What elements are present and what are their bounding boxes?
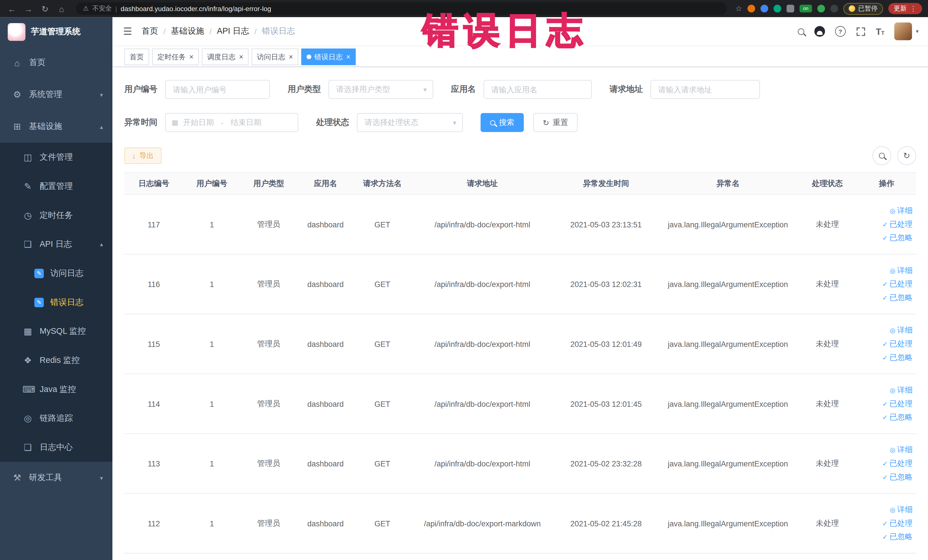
- tab-access-log[interactable]: 访问日志×: [252, 49, 298, 65]
- processed-link[interactable]: ✓已处理: [882, 458, 913, 469]
- cell-exception-time: 2021-05-03 12:02:31: [554, 254, 658, 314]
- date-range-picker[interactable]: ▦ 开始日期 - 结束日期: [165, 113, 298, 132]
- cell-exception-time: 2021-05-02 21:45:28: [554, 493, 658, 554]
- ignored-link[interactable]: ✓已忽略: [882, 292, 913, 303]
- sidebar-item-error-log[interactable]: ✎ 错误日志: [0, 288, 112, 317]
- close-icon[interactable]: ×: [289, 53, 293, 61]
- browser-forward-icon[interactable]: →: [23, 4, 34, 13]
- close-icon[interactable]: ×: [346, 53, 351, 61]
- paused-badge[interactable]: 已暂停: [843, 3, 883, 15]
- search-icon[interactable]: [798, 28, 804, 35]
- breadcrumb-item[interactable]: API 日志: [217, 26, 249, 37]
- cell-method: GET: [354, 433, 411, 493]
- detail-link[interactable]: ◎详细: [890, 444, 913, 455]
- refresh-icon: ↻: [903, 151, 910, 160]
- sidebar-item-java-monitor[interactable]: ⌨ Java 监控: [0, 375, 112, 404]
- sidebar-item-tracing[interactable]: ◎ 链路追踪: [0, 404, 112, 433]
- extension-icon[interactable]: [817, 5, 825, 12]
- extension-icon[interactable]: [748, 5, 755, 12]
- check-icon: ✓: [882, 294, 888, 301]
- detail-link[interactable]: ◎详细: [890, 265, 913, 276]
- update-button[interactable]: 更新⋮: [888, 3, 922, 14]
- sidebar-item-system[interactable]: ⚙ 系统管理 ▾: [0, 79, 112, 111]
- processed-link[interactable]: ✓已处理: [882, 339, 913, 349]
- ignored-link[interactable]: ✓已忽略: [882, 233, 913, 243]
- breadcrumb-separator: /: [163, 27, 166, 36]
- request-url-input[interactable]: [650, 80, 760, 99]
- processed-link[interactable]: ✓已处理: [882, 398, 913, 409]
- bookmark-star-icon[interactable]: ☆: [735, 4, 742, 13]
- extension-on-badge[interactable]: on: [800, 5, 812, 12]
- cell-user-type: 管理员: [240, 195, 297, 255]
- extension-icon[interactable]: [774, 5, 781, 12]
- sidebar-item-log-center[interactable]: ❏ 日志中心: [0, 433, 112, 462]
- detail-link[interactable]: ◎详细: [890, 385, 913, 395]
- extension-icon[interactable]: [830, 5, 838, 12]
- process-status-select[interactable]: 请选择处理状态 ▾: [357, 113, 463, 132]
- processed-link-label: 已处理: [890, 518, 913, 529]
- sidebar-item-mysql-monitor[interactable]: ▦ MySQL 监控: [0, 317, 112, 346]
- cell-request-url: /api/infra/db-doc/export-html: [411, 374, 554, 433]
- help-icon[interactable]: ?: [835, 26, 846, 37]
- extension-icon[interactable]: [786, 5, 794, 12]
- sidebar-item-access-log[interactable]: ✎ 访问日志: [0, 259, 112, 288]
- processed-link[interactable]: ✓已处理: [882, 518, 913, 529]
- user-id-input[interactable]: [165, 80, 270, 99]
- cell-method: GET: [354, 195, 411, 255]
- sidebar-item-dev-tools[interactable]: ⚒ 研发工具 ▾: [0, 462, 112, 494]
- cell-app-name: dashboard: [297, 254, 354, 314]
- tab-scheduled-jobs[interactable]: 定时任务×: [152, 49, 199, 65]
- app-logo[interactable]: 芋道管理系统: [0, 17, 112, 47]
- ignored-link[interactable]: ✓已忽略: [882, 472, 913, 482]
- diamond-icon: ❖: [23, 355, 33, 365]
- sidebar-item-home[interactable]: ⌂ 首页: [0, 47, 112, 79]
- browser-back-icon[interactable]: ←: [6, 4, 18, 13]
- search-button-label: 搜索: [499, 117, 514, 128]
- detail-link[interactable]: ◎详细: [890, 205, 913, 216]
- sidebar-item-config-manage[interactable]: ✎ 配置管理: [0, 172, 112, 201]
- detail-link[interactable]: ◎详细: [890, 325, 913, 336]
- toggle-search-button[interactable]: [872, 146, 891, 165]
- browser-reload-icon[interactable]: ↻: [39, 4, 51, 13]
- sidebar-item-file-manage[interactable]: ◫ 文件管理: [0, 143, 112, 172]
- github-icon[interactable]: [814, 26, 825, 37]
- sidebar-item-redis-monitor[interactable]: ❖ Redis 监控: [0, 346, 112, 375]
- tab-error-log[interactable]: 错误日志×: [301, 49, 356, 65]
- processed-link[interactable]: ✓已处理: [882, 219, 913, 230]
- ignored-link[interactable]: ✓已忽略: [882, 412, 913, 423]
- tab-home[interactable]: 首页: [124, 49, 149, 65]
- user-type-select[interactable]: 请选择用户类型 ▾: [328, 80, 433, 99]
- ignored-link-label: 已忽略: [890, 352, 913, 363]
- tab-label: 访问日志: [257, 52, 285, 62]
- browser-home-icon[interactable]: ⌂: [56, 4, 67, 13]
- ignored-link[interactable]: ✓已忽略: [882, 352, 913, 363]
- folder-icon: ◫: [23, 152, 33, 162]
- filter-row-1: 用户编号 用户类型 请选择用户类型 ▾ 应用名: [124, 80, 916, 99]
- export-button[interactable]: ↓ 导出: [124, 148, 162, 164]
- hamburger-icon[interactable]: ☰: [123, 25, 132, 38]
- breadcrumb-item[interactable]: 首页: [142, 26, 158, 37]
- avatar: [894, 23, 912, 40]
- extension-icon[interactable]: [760, 5, 768, 12]
- refresh-button[interactable]: ↻: [897, 146, 916, 165]
- font-size-icon[interactable]: TT: [876, 27, 884, 36]
- address-bar[interactable]: ⚠ 不安全 | dashboard.yudao.iocoder.cn/infra…: [76, 2, 727, 15]
- sidebar-item-api-log[interactable]: ❏ API 日志 ▴: [0, 230, 112, 259]
- close-icon[interactable]: ×: [189, 53, 194, 61]
- sidebar-item-infra[interactable]: ⊞ 基础设施 ▴: [0, 111, 112, 143]
- breadcrumb-item[interactable]: 基础设施: [171, 26, 204, 37]
- fullscreen-icon[interactable]: [856, 26, 865, 36]
- reset-button[interactable]: ↻ 重置: [533, 113, 577, 132]
- check-icon: ✓: [882, 235, 888, 241]
- app-name-input[interactable]: [484, 80, 592, 99]
- tab-schedule-log[interactable]: 调度日志×: [202, 49, 249, 65]
- close-icon[interactable]: ×: [239, 53, 243, 61]
- detail-link[interactable]: ◎详细: [890, 504, 913, 515]
- cell-exception-time: 2021-05-03 12:01:45: [554, 374, 658, 433]
- processed-link[interactable]: ✓已处理: [882, 279, 913, 289]
- sidebar-item-scheduled-jobs[interactable]: ◷ 定时任务: [0, 201, 112, 230]
- search-button[interactable]: 搜索: [481, 113, 524, 132]
- ignored-link[interactable]: ✓已忽略: [882, 531, 913, 542]
- user-menu[interactable]: ▾: [894, 23, 919, 40]
- column-header: 应用名: [297, 172, 354, 195]
